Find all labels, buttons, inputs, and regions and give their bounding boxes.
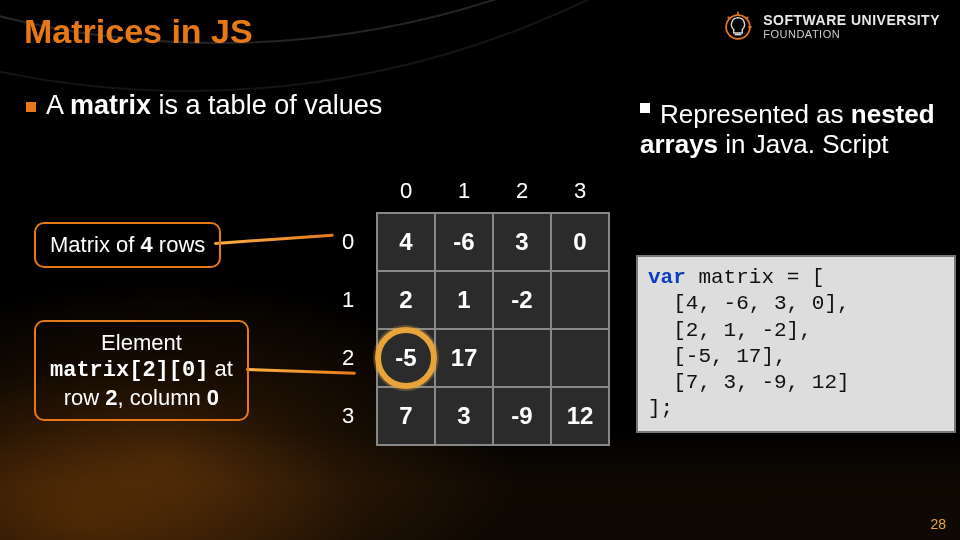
cell: 1 <box>435 271 493 329</box>
cell <box>551 329 609 387</box>
logo-text-line2: FOUNDATION <box>763 28 840 40</box>
cell: 7 <box>377 387 435 445</box>
cell <box>551 271 609 329</box>
cell: -5 <box>377 329 435 387</box>
logo-text-line1: SOFTWARE UNIVERSITY <box>763 14 940 27</box>
code-snippet: var matrix = [ [4, -6, 3, 0], [2, 1, -2]… <box>636 255 956 433</box>
bullet-square-icon <box>26 102 36 112</box>
main-bullet: A matrix is a table of values <box>26 90 382 121</box>
cell: -2 <box>493 271 551 329</box>
bullet-square-icon <box>640 103 650 113</box>
cell: 17 <box>435 329 493 387</box>
col-header: 1 <box>435 170 493 213</box>
col-header: 3 <box>551 170 609 213</box>
slide-title: Matrices in JS <box>24 12 253 51</box>
cell: 4 <box>377 213 435 271</box>
cell: 3 <box>435 387 493 445</box>
matrix-table: 0 1 2 3 0 4 -6 3 0 1 2 1 -2 2 -5 17 3 <box>320 170 610 446</box>
row-header: 2 <box>320 329 377 387</box>
callout-rows: Matrix of 4 rows <box>34 222 221 268</box>
cell: 3 <box>493 213 551 271</box>
callout-element: Element matrix[2][0] at row 2, column 0 <box>34 320 249 421</box>
cell: 0 <box>551 213 609 271</box>
cell: 12 <box>551 387 609 445</box>
right-bullet: Represented as nested arrays in Java. Sc… <box>640 100 940 160</box>
cell: -9 <box>493 387 551 445</box>
cell: -6 <box>435 213 493 271</box>
brand-logo: SOFTWARE UNIVERSITY FOUNDATION <box>721 10 940 44</box>
col-header: 0 <box>377 170 435 213</box>
cell <box>493 329 551 387</box>
col-header: 2 <box>493 170 551 213</box>
row-header: 1 <box>320 271 377 329</box>
lightbulb-gear-icon <box>721 10 755 44</box>
cell: 2 <box>377 271 435 329</box>
page-number: 28 <box>930 516 946 532</box>
row-header: 3 <box>320 387 377 445</box>
row-header: 0 <box>320 213 377 271</box>
